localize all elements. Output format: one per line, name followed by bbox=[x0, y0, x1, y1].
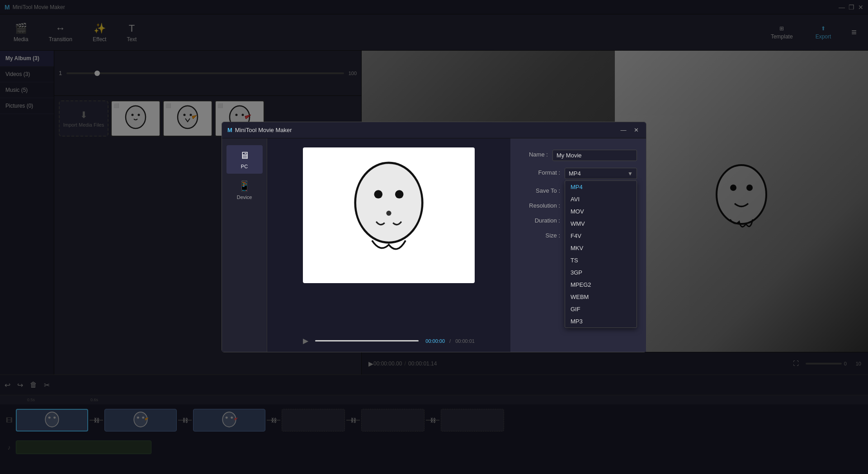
format-option-avi[interactable]: AVI bbox=[565, 193, 637, 205]
dialog-nav-pc[interactable]: 🖥 PC bbox=[226, 145, 263, 174]
format-dropdown-wrapper: MP4 ▼ MP4 AVI MOV WMV F4V MKV TS 3G bbox=[565, 168, 637, 179]
format-selected-value: MP4 bbox=[569, 170, 581, 177]
dialog-nav-device-label: Device bbox=[237, 194, 252, 200]
svg-point-27 bbox=[395, 190, 404, 199]
format-option-wmv[interactable]: WMV bbox=[565, 218, 637, 230]
format-label: Format : bbox=[519, 168, 560, 176]
format-dropdown-list: MP4 AVI MOV WMV F4V MKV TS 3GP MPEG2 WEB… bbox=[565, 180, 637, 328]
dialog-logo: M bbox=[227, 127, 232, 133]
format-field-row: Format : MP4 ▼ MP4 AVI MOV WMV F4V bbox=[519, 168, 637, 179]
dialog-overlay: M MiniTool Movie Maker — ✕ 🖥 PC 📱 Device bbox=[0, 0, 868, 474]
format-option-3gp[interactable]: 3GP bbox=[565, 266, 637, 279]
device-icon: 📱 bbox=[238, 180, 250, 192]
dialog-time-current: 00:00:00 bbox=[425, 338, 445, 344]
name-label: Name : bbox=[519, 150, 548, 158]
dialog-nav-device[interactable]: 📱 Device bbox=[226, 176, 263, 204]
dialog-close-button[interactable]: ✕ bbox=[632, 126, 641, 135]
format-option-mp4[interactable]: MP4 bbox=[565, 181, 637, 193]
pc-icon: 🖥 bbox=[240, 150, 250, 161]
size-label: Size : bbox=[519, 231, 560, 239]
dialog-preview-area: ▶ 00:00:00 / 00:00:01 bbox=[267, 138, 510, 352]
format-option-mov[interactable]: MOV bbox=[565, 205, 637, 218]
format-option-f4v[interactable]: F4V bbox=[565, 230, 637, 242]
export-dialog: M MiniTool Movie Maker — ✕ 🖥 PC 📱 Device bbox=[222, 122, 646, 352]
dropdown-arrow-icon: ▼ bbox=[627, 171, 633, 177]
format-option-mkv[interactable]: MKV bbox=[565, 242, 637, 254]
name-field-row: Name : bbox=[519, 150, 637, 161]
dialog-right-panel: Name : Format : MP4 ▼ MP4 AVI bbox=[510, 138, 646, 352]
format-option-webm[interactable]: WEBM bbox=[565, 291, 637, 303]
resolution-label: Resolution : bbox=[519, 201, 560, 209]
dialog-time-slash: / bbox=[449, 338, 451, 344]
preview-video-box bbox=[303, 147, 475, 283]
dialog-time-total: 00:00:01 bbox=[455, 338, 475, 344]
preview-container: ▶ 00:00:00 / 00:00:01 bbox=[276, 147, 501, 343]
dialog-title: M MiniTool Movie Maker bbox=[227, 127, 292, 133]
format-option-ts[interactable]: TS bbox=[565, 254, 637, 266]
format-option-mp3[interactable]: MP3 bbox=[565, 315, 637, 327]
format-option-gif[interactable]: GIF bbox=[565, 303, 637, 315]
dialog-ghost-svg bbox=[339, 156, 439, 274]
svg-point-28 bbox=[386, 211, 391, 216]
dialog-minimize-button[interactable]: — bbox=[619, 126, 628, 135]
saveto-label: Save To : bbox=[519, 186, 560, 194]
svg-point-26 bbox=[374, 190, 383, 199]
dialog-window-controls: — ✕ bbox=[619, 126, 641, 135]
name-input[interactable] bbox=[552, 150, 637, 161]
dialog-title-text: MiniTool Movie Maker bbox=[235, 127, 292, 133]
format-dropdown[interactable]: MP4 ▼ bbox=[565, 168, 637, 179]
dialog-content: 🖥 PC 📱 Device bbox=[222, 138, 646, 352]
dialog-play-button[interactable]: ▶ bbox=[303, 337, 308, 345]
dialog-left-nav: 🖥 PC 📱 Device bbox=[222, 138, 267, 352]
format-option-mpeg2[interactable]: MPEG2 bbox=[565, 279, 637, 291]
dialog-titlebar: M MiniTool Movie Maker — ✕ bbox=[222, 122, 646, 138]
dialog-nav-pc-label: PC bbox=[241, 164, 248, 169]
dialog-preview-controls: ▶ 00:00:00 / 00:00:01 bbox=[303, 337, 475, 345]
dialog-time-bar[interactable] bbox=[315, 340, 419, 341]
duration-label: Duration : bbox=[519, 216, 560, 224]
svg-point-25 bbox=[355, 163, 423, 242]
